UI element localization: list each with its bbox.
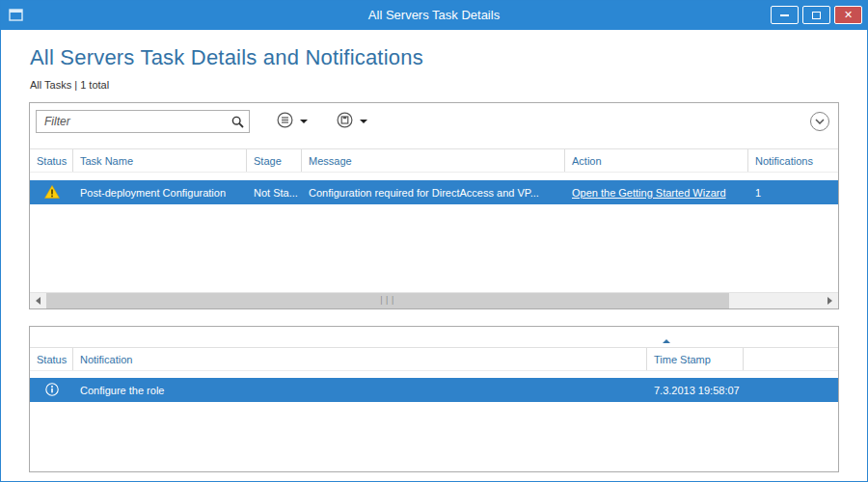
column-header-action[interactable]: Action <box>565 149 748 172</box>
status-cell <box>30 180 73 204</box>
info-icon <box>45 383 59 398</box>
close-button[interactable]: ✕ <box>834 6 862 24</box>
save-button[interactable] <box>331 110 373 133</box>
scroll-right-button[interactable] <box>822 293 838 308</box>
close-icon: ✕ <box>844 10 853 20</box>
warning-icon <box>44 185 60 201</box>
chevron-down-icon <box>300 120 308 123</box>
notifications-panel: Status Notification Time Stamp Configure… <box>29 326 839 472</box>
scroll-left-icon <box>36 297 41 305</box>
notification-row[interactable]: Configure the role 7.3.2013 19:58:07 <box>30 378 838 402</box>
message-cell: Configuration required for DirectAccess … <box>302 180 565 204</box>
stage-cell: Not Sta... <box>247 180 302 204</box>
dialog-window: All Servers Task Details ✕ All Servers T… <box>0 0 868 482</box>
tasks-table-header: Status Task Name Stage Message Action No… <box>30 148 838 173</box>
column-header-status[interactable]: Status <box>30 348 73 370</box>
maximize-button[interactable] <box>802 6 830 24</box>
status-cell <box>30 378 73 402</box>
filter-box <box>36 110 250 133</box>
window-title: All Servers Task Details <box>1 1 867 30</box>
tasks-panel: Status Task Name Stage Message Action No… <box>29 102 839 309</box>
dialog-content: All Servers Task Details and Notificatio… <box>1 30 867 481</box>
open-getting-started-wizard-link[interactable]: Open the Getting Started Wizard <box>572 187 726 199</box>
scrollbar-grip: ||| <box>379 297 395 305</box>
task-name-cell: Post-deployment Configuration <box>73 180 247 204</box>
time-stamp-cell: 7.3.2013 19:58:07 <box>647 378 744 402</box>
action-cell: Open the Getting Started Wizard <box>565 180 748 204</box>
column-header-stage[interactable]: Stage <box>247 149 302 172</box>
task-row[interactable]: Post-deployment Configuration Not Sta...… <box>30 180 838 204</box>
scroll-right-icon <box>827 297 832 305</box>
horizontal-scrollbar[interactable]: ||| <box>30 292 838 308</box>
tasks-filter-icon <box>277 112 293 131</box>
maximize-icon <box>812 12 821 19</box>
column-header-status[interactable]: Status <box>30 149 73 172</box>
filter-input[interactable] <box>37 115 226 128</box>
column-header-message[interactable]: Message <box>302 149 565 172</box>
window-controls: ✕ <box>771 6 862 24</box>
search-icon[interactable] <box>226 111 249 132</box>
notifications-table-header: Status Notification Time Stamp <box>30 347 838 371</box>
column-header-task-name[interactable]: Task Name <box>73 149 247 172</box>
save-icon <box>337 112 353 131</box>
notification-cell: Configure the role <box>73 378 647 402</box>
window-icon <box>9 8 24 26</box>
notifications-count-cell: 1 <box>748 180 838 204</box>
chevron-down-icon <box>815 119 825 124</box>
scrollbar-thumb[interactable]: ||| <box>46 293 729 308</box>
minimize-button[interactable] <box>771 6 799 24</box>
page-title: All Servers Task Details and Notificatio… <box>30 45 423 70</box>
titlebar: All Servers Task Details ✕ <box>1 1 867 30</box>
collapse-panel-button[interactable] <box>810 112 829 131</box>
scroll-left-button[interactable] <box>30 293 46 308</box>
column-header-time-stamp[interactable]: Time Stamp <box>647 348 744 370</box>
scrollbar-track[interactable]: ||| <box>46 293 822 308</box>
column-header-notification[interactable]: Notification <box>73 348 647 370</box>
sort-ascending-icon <box>663 339 670 343</box>
tasks-filter-button[interactable] <box>271 110 313 133</box>
column-header-notifications[interactable]: Notifications <box>748 149 838 172</box>
chevron-down-icon <box>360 120 367 123</box>
minimize-icon <box>780 14 789 16</box>
tasks-count: All Tasks | 1 total <box>30 79 109 91</box>
